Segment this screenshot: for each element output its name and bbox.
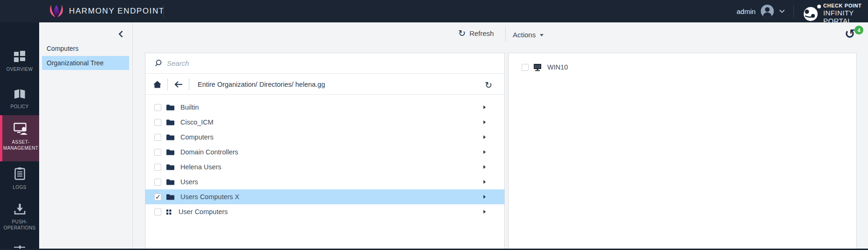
tree-row-selected[interactable]: Users Computers X [145,189,504,204]
folder-icon [166,134,175,141]
nav-item-computers[interactable]: Computers [42,42,129,56]
tree-row-label: Computers [180,133,214,141]
row-checkbox[interactable] [154,208,161,215]
tree-row[interactable]: Helena Users [145,160,504,174]
tree-row-label: Helena Users [180,163,221,171]
tree-row-label: Domain Controllers [180,148,238,156]
tree-row-label: Users Computers X [180,193,240,201]
user-computers-icon [166,208,173,215]
folder-icon [166,164,175,171]
nav-item-organizational-tree[interactable]: Organizational Tree [42,56,129,70]
collapse-panel-icon[interactable] [117,30,124,38]
sidebar-item-push-operations[interactable]: PUSH- OPERATIONS [0,202,39,236]
sidebar-item-label: ASSET- [12,139,30,145]
tree-row[interactable]: Cisco_ICM [145,115,504,130]
folder-icon [166,149,175,156]
expand-caret-icon[interactable] [483,105,486,109]
tree-row[interactable]: Users [145,174,504,189]
harmony-logo-icon [48,4,65,19]
refresh-button[interactable]: ↻ Refresh [458,29,494,38]
expand-caret-icon[interactable] [483,195,486,199]
topbar-divider [163,5,164,17]
breadcrumb-bar: Entire Organization/ Directories/ helena… [145,74,504,95]
back-arrow-icon[interactable] [173,80,183,89]
sidebar-item-label: LOGS [13,185,26,190]
sidebar-item-overview[interactable]: OVERVIEW [0,49,39,78]
asset-nav-panel: Computers Organizational Tree [39,22,133,250]
sidebar-item-label: OVERVIEW [7,67,33,72]
search-bar [145,53,504,74]
sidebar-item-policy[interactable]: POLICY [0,88,39,116]
tree-row[interactable]: Builtin [145,100,504,115]
row-checkbox[interactable] [154,179,161,186]
organizational-tree-panel: Entire Organization/ Directories/ helena… [145,53,505,250]
checkpoint-logo-icon [803,6,819,22]
row-checkbox[interactable] [154,149,161,156]
expand-caret-icon[interactable] [483,150,486,154]
refresh-label: Refresh [469,29,494,37]
sidebar-item-label: MANAGEMENT [3,146,39,151]
computer-row[interactable]: WIN10 [509,61,856,74]
computers-results-panel: WIN10 [508,53,857,250]
tree-row-label: User Computers [179,208,228,215]
sync-status-button[interactable]: ↺ 4 [845,27,861,43]
row-checkbox[interactable] [154,119,161,126]
chevron-down-icon [540,34,544,36]
row-checkbox-checked[interactable] [154,194,161,201]
brand-line1: CHECK POINT [823,3,868,8]
sync-badge: 4 [854,26,863,35]
dashboard-icon [14,50,26,62]
tree-row-list: Builtin Cisco_ICM Computers Domain Con [145,100,504,219]
sidebar-item-asset-management[interactable]: ASSET- MANAGEMENT [0,115,39,161]
expand-caret-icon[interactable] [483,135,486,139]
chevron-down-icon[interactable] [779,9,785,13]
nav-item-label: Computers [47,45,78,52]
row-checkbox[interactable] [154,104,161,111]
expand-caret-icon[interactable] [483,210,486,214]
home-icon[interactable] [153,80,162,89]
breadcrumb-divider [167,78,168,90]
sync-icon: ↺ [845,27,855,41]
refresh-icon: ↻ [458,29,466,38]
user-name: admin [737,7,756,15]
actions-dropdown[interactable]: Actions [513,31,544,39]
expand-caret-icon[interactable] [483,120,486,124]
push-download-icon [14,203,26,215]
nav-item-label: Organizational Tree [47,59,103,67]
clipboard-icon [14,167,26,181]
brand-dot [817,5,821,8]
top-bar: HARMONY ENDPOINT admin CHECK [0,0,868,22]
expand-caret-icon[interactable] [483,180,486,184]
folder-icon [166,179,175,186]
toolbar-divider [505,27,506,42]
sidebar-item-label: POLICY [10,104,28,110]
avatar [760,4,774,18]
tree-row[interactable]: User Computers [145,204,504,219]
search-input[interactable] [167,59,504,67]
user-menu[interactable]: admin [737,3,785,20]
search-icon [154,59,162,67]
breadcrumb-divider [189,78,189,90]
folder-icon [166,104,175,111]
row-checkbox[interactable] [522,64,529,71]
app-title: HARMONY ENDPOINT [69,7,165,16]
folder-icon [166,194,175,201]
folder-icon [166,119,175,126]
asset-management-icon [14,123,28,135]
sidebar-item-logs[interactable]: LOGS [0,166,39,194]
topbar-divider [793,5,794,17]
book-icon [14,89,26,100]
row-checkbox[interactable] [154,134,161,141]
computer-row-label: WIN10 [547,63,568,71]
breadcrumb-refresh-icon[interactable]: ↻ [485,80,492,90]
tree-row[interactable]: Domain Controllers [145,145,504,160]
tree-row-label: Users [180,178,198,186]
row-checkbox[interactable] [154,164,161,171]
expand-caret-icon[interactable] [483,165,486,169]
tree-row[interactable]: Computers [145,130,504,145]
left-nav-rail: OVERVIEW POLICY ASSET- MANAGEMENT LOGS [0,22,39,250]
infinity-portal-brand: CHECK POINT INFINITY PORTAL [803,3,868,25]
sidebar-item-label: PUSH- [12,219,27,225]
tree-row-label: Cisco_ICM [180,118,214,126]
tree-row-label: Builtin [180,104,199,111]
